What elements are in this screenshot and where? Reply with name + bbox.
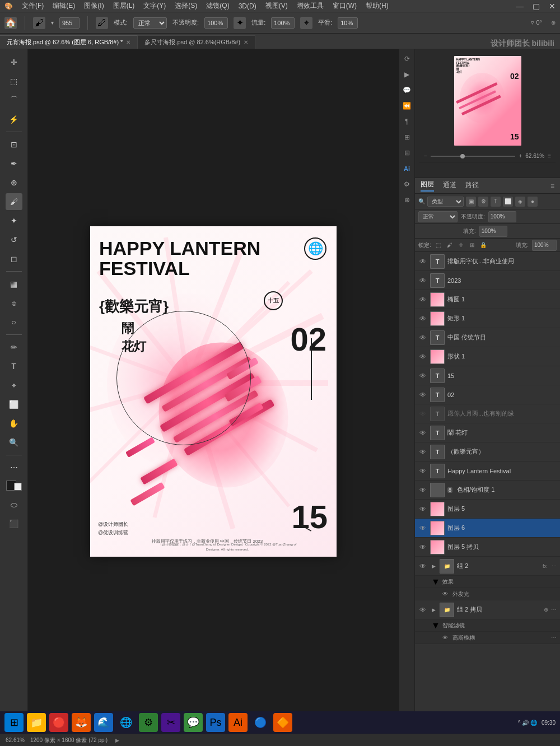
vis-icon-17[interactable]: 👁: [418, 562, 427, 571]
filter-adj[interactable]: ⚙: [478, 197, 488, 207]
layer-text-yuanxiao[interactable]: 👁 T （歡樂元宵）: [415, 442, 560, 461]
effect-item-effects[interactable]: ▼ 效果: [415, 576, 560, 588]
gradient-tool[interactable]: ▦: [6, 276, 22, 292]
tab-layers[interactable]: 图层: [421, 180, 434, 192]
vis-icon-4[interactable]: 👁: [418, 314, 427, 323]
layer-text-copyright[interactable]: 👁 T 排版用字仅...非商业使用: [415, 252, 560, 271]
mode-select[interactable]: 正常: [133, 17, 167, 29]
mask-icon-20[interactable]: ⊕: [544, 607, 548, 613]
app7-icon[interactable]: ✂: [161, 713, 180, 732]
layer-5-copy[interactable]: 👁 图层 5 拷贝: [415, 538, 560, 557]
layer-text-china[interactable]: 👁 T 中国 传统节日: [415, 328, 560, 347]
edge-icon[interactable]: 🌊: [94, 713, 113, 732]
select-tool[interactable]: ⬚: [6, 73, 22, 90]
vis-icon-9[interactable]: 👁: [418, 409, 427, 418]
layer-rect[interactable]: 👁 矩形 1: [415, 309, 560, 328]
menu-select[interactable]: 选择(S): [175, 1, 197, 11]
wechat-icon[interactable]: 💬: [184, 713, 203, 732]
photoshop-icon[interactable]: Ps: [206, 713, 225, 732]
lock-image[interactable]: 🖌: [446, 241, 454, 249]
crop-tool[interactable]: ⊡: [6, 136, 22, 153]
vis-icon-16[interactable]: 👁: [418, 543, 427, 552]
app-orange-icon[interactable]: 🦊: [72, 713, 91, 732]
brush-tool[interactable]: 🖌: [6, 193, 22, 210]
layer-6[interactable]: 👁 图层 6: [415, 519, 560, 538]
history-brush[interactable]: ↺: [6, 231, 22, 248]
zoom-tool[interactable]: 🔍: [6, 434, 22, 451]
layer-text-hualeng[interactable]: 👁 T 鬧 花灯: [415, 423, 560, 442]
layer-text-02[interactable]: 👁 T 02: [415, 385, 560, 404]
action-icon-4[interactable]: ⏪: [401, 100, 413, 112]
menu-view[interactable]: 视图(V): [265, 1, 288, 11]
status-arrow[interactable]: ▶: [115, 738, 119, 743]
app6-icon[interactable]: ⚙: [139, 713, 158, 732]
layer-group2-copy[interactable]: 👁 ▶ 📁 组 2 拷贝 ⊕ ⋯: [415, 600, 560, 619]
zoom-minus[interactable]: −: [424, 153, 427, 159]
vis-icon-10[interactable]: 👁: [418, 428, 427, 437]
canvas-area[interactable]: HAPPY LANTERN FESTIVAL 🌐 十五 {歡樂元宵} 鬧 花灯 …: [28, 49, 399, 734]
brush-preset[interactable]: 🖌: [33, 17, 45, 29]
start-button[interactable]: ⊞: [4, 713, 24, 732]
app12-icon[interactable]: 🔶: [273, 713, 292, 732]
shape-tool[interactable]: ⬜: [6, 396, 22, 413]
action-icon-1[interactable]: ⟳: [401, 53, 413, 65]
layer-hue-sat[interactable]: 👁 8 色相/饱和度 1: [415, 481, 560, 500]
layer-text-2023[interactable]: 👁 T 2023: [415, 271, 560, 290]
filter-smart[interactable]: ◈: [515, 197, 525, 207]
menu-image[interactable]: 图像(I): [84, 1, 104, 11]
effect-item-glow[interactable]: 👁 外发光: [415, 588, 560, 600]
text-tool[interactable]: T: [6, 358, 22, 375]
vis-icon-20[interactable]: 👁: [418, 605, 427, 614]
home-button[interactable]: 🏠: [4, 17, 17, 29]
effect-vis[interactable]: 👁: [441, 590, 450, 599]
tab1-close[interactable]: ✕: [126, 39, 130, 45]
filter-type-select[interactable]: 类型: [427, 197, 464, 207]
menu-3d[interactable]: 3D(D): [239, 2, 256, 10]
zoom-slider-thumb[interactable]: [460, 154, 465, 158]
eyedropper-tool[interactable]: ✒: [6, 155, 22, 172]
brush-size-input[interactable]: [59, 17, 80, 29]
vis-icon-5[interactable]: 👁: [418, 333, 427, 342]
panel-menu-btn[interactable]: ≡: [548, 153, 551, 159]
file-explorer-icon[interactable]: 📁: [27, 713, 46, 732]
layer-text-15[interactable]: 👁 T 15: [415, 366, 560, 385]
action-icon-2[interactable]: ▶: [401, 68, 413, 81]
filter-text[interactable]: T: [491, 197, 501, 207]
vis-icon-2[interactable]: 👁: [418, 276, 427, 285]
chrome-icon[interactable]: 🌐: [116, 713, 136, 732]
action-icon-6[interactable]: ⊞: [401, 131, 413, 143]
opacity-input[interactable]: [204, 17, 228, 29]
layer-ellipse[interactable]: 👁 椭圆 1: [415, 290, 560, 309]
action-icon-5[interactable]: ¶: [401, 115, 413, 128]
vis-icon-15[interactable]: 👁: [418, 524, 427, 533]
layer-shape1[interactable]: 👁 形状 1: [415, 347, 560, 366]
zoom-slider-track[interactable]: [431, 156, 516, 157]
filter-shape[interactable]: ⬜: [503, 197, 513, 207]
tab-paths[interactable]: 路径: [465, 180, 479, 191]
action-icon-8[interactable]: ⚙: [401, 178, 413, 190]
gauss-options[interactable]: ⋯: [551, 635, 557, 641]
menu-file[interactable]: 文件(F): [22, 1, 44, 11]
vis-icon-7[interactable]: 👁: [418, 371, 427, 380]
expand-icon-17[interactable]: ▶: [430, 563, 437, 570]
menu-text[interactable]: 文字(Y): [143, 1, 166, 11]
extra-tools[interactable]: ⋯: [6, 459, 22, 476]
action-icon-9[interactable]: ⊕: [401, 194, 413, 206]
blur-tool[interactable]: ⌾: [6, 295, 22, 311]
layer-text-hidden[interactable]: 👁 T 愿你人月两...也有别的缘: [415, 404, 560, 423]
layer-5[interactable]: 👁 图层 5: [415, 500, 560, 519]
menu-edit[interactable]: 编辑(E): [53, 1, 75, 11]
gauss-vis[interactable]: 👁: [441, 633, 450, 642]
tab-poster2[interactable]: 多尺寸海报.psd @ 82.6%(RGB/8#) ✕: [138, 35, 255, 49]
dodge-tool[interactable]: ○: [6, 314, 22, 330]
menu-plugins[interactable]: 增效工具: [297, 1, 324, 11]
lock-position[interactable]: ✛: [457, 241, 465, 249]
panel-options-btn[interactable]: ≡: [550, 182, 554, 190]
vis-icon-8[interactable]: 👁: [418, 390, 427, 399]
menu-layer[interactable]: 图层(L): [113, 1, 135, 11]
vis-icon-1[interactable]: 👁: [418, 257, 427, 266]
menu-window[interactable]: 窗口(W): [333, 1, 357, 11]
pen-tool[interactable]: ✏: [6, 339, 22, 356]
illustrator-icon[interactable]: Ai: [228, 713, 248, 732]
airbrush-toggle[interactable]: ✦: [234, 17, 246, 29]
